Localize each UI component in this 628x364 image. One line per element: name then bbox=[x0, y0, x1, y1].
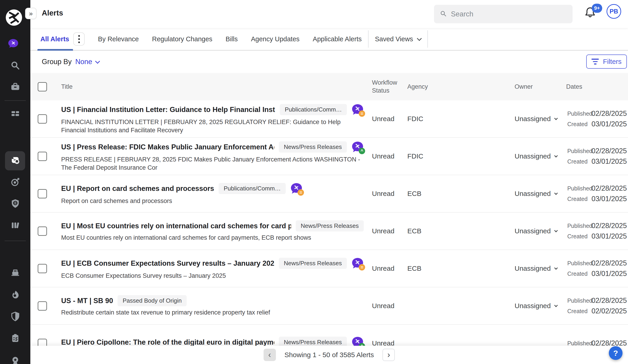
tab-applicable-alerts[interactable]: Applicable Alerts bbox=[313, 35, 362, 43]
published-date: 02/28/2025 bbox=[591, 109, 627, 118]
sidebar-item-dashboard[interactable] bbox=[0, 104, 30, 124]
bell-icon bbox=[583, 16, 597, 20]
owner-dropdown[interactable]: Unassigned bbox=[515, 227, 557, 235]
sidebar-item-assistant-chat[interactable] bbox=[0, 34, 30, 55]
alert-title-link[interactable]: US | Financial Institution Letter: Guida… bbox=[61, 106, 275, 114]
alert-title-link[interactable]: US | Press Release: FDIC Makes Public Ja… bbox=[61, 143, 274, 151]
top-bar: Alerts 9+ PB bbox=[30, 0, 628, 28]
target-icon bbox=[10, 177, 20, 188]
published-label: Published bbox=[567, 148, 591, 154]
award-badge-icon bbox=[10, 356, 20, 364]
published-date: 02/28/2025 bbox=[591, 259, 627, 267]
alert-snippet: Redistribute certain state tax revenue t… bbox=[61, 308, 364, 317]
alerts-icon bbox=[10, 155, 20, 166]
assistant-annotation-icon: = bbox=[351, 257, 364, 270]
published-date: 02/28/2025 bbox=[591, 147, 627, 155]
alert-title-link[interactable]: EU | Piero Cipollone: The role of the di… bbox=[61, 338, 274, 347]
created-label: Created bbox=[567, 233, 591, 240]
group-by-control: Group By None bbox=[42, 51, 99, 73]
owner-dropdown[interactable]: Unassigned bbox=[515, 115, 557, 123]
chevron-down-icon bbox=[554, 154, 558, 157]
owner-dropdown[interactable]: Unassigned bbox=[515, 265, 557, 272]
notifications-button[interactable]: 9+ bbox=[583, 6, 600, 22]
row-checkbox[interactable] bbox=[38, 114, 47, 124]
alert-title-link[interactable]: EU | Report on card schemes and processo… bbox=[61, 185, 214, 193]
sidebar-item-protection[interactable] bbox=[0, 307, 30, 327]
tab-agency-updates[interactable]: Agency Updates bbox=[251, 35, 300, 43]
alert-title-link[interactable]: EU | ECB Consumer Expectations Survey re… bbox=[61, 259, 274, 268]
tab-divider bbox=[368, 30, 369, 48]
alert-title-link[interactable]: US - MT | SB 90 bbox=[61, 297, 113, 305]
sidebar-item-search[interactable] bbox=[0, 56, 30, 76]
column-header-dates: Dates bbox=[566, 83, 628, 90]
tab-all-alerts[interactable]: All Alerts bbox=[40, 35, 69, 43]
tab-divider bbox=[427, 30, 428, 48]
alert-type-badge: News/Press Releases bbox=[296, 220, 364, 231]
avatar[interactable]: PB bbox=[607, 4, 621, 19]
previous-page-button[interactable]: ‹ bbox=[264, 349, 276, 361]
sidebar-item-tasks[interactable] bbox=[0, 328, 30, 349]
column-header-workflow-status: Workflow Status bbox=[372, 79, 402, 95]
select-all-checkbox[interactable] bbox=[38, 82, 47, 91]
created-date: 03/01/2025 bbox=[591, 120, 627, 128]
search-input[interactable] bbox=[451, 10, 567, 18]
sidebar-expand-button[interactable]: » bbox=[25, 8, 37, 19]
app-logo-icon bbox=[5, 9, 23, 26]
row-checkbox[interactable] bbox=[38, 152, 47, 161]
table-row: EU | ECB Consumer Expectations Survey re… bbox=[30, 250, 628, 287]
search-icon bbox=[10, 60, 20, 72]
chevron-down-icon bbox=[554, 303, 558, 307]
workflow-status: Unread bbox=[372, 250, 407, 287]
owner-dropdown[interactable]: Unassigned bbox=[515, 302, 557, 310]
sidebar-divider bbox=[4, 241, 26, 241]
agency: ECB bbox=[407, 250, 515, 287]
sidebar-item-publications[interactable] bbox=[0, 263, 30, 284]
chevron-down-icon bbox=[554, 116, 558, 120]
clipboard-check-icon bbox=[10, 333, 20, 344]
row-checkbox[interactable] bbox=[38, 264, 47, 273]
published-date: 02/28/2025 bbox=[591, 296, 627, 305]
created-label: Created bbox=[567, 196, 591, 202]
sidebar-item-trending[interactable] bbox=[0, 285, 30, 306]
workflow-status: Unread bbox=[372, 287, 407, 324]
alert-type-badge: News/Press Releases bbox=[279, 258, 347, 269]
sidebar-item-certifications[interactable] bbox=[0, 351, 30, 364]
alert-snippet: Most EU countries rely on international … bbox=[61, 233, 364, 242]
notification-count-badge: 9+ bbox=[592, 4, 602, 13]
published-date: 02/28/2025 bbox=[591, 184, 627, 193]
created-date: 02/02/2025 bbox=[591, 307, 627, 315]
group-by-dropdown[interactable]: None bbox=[75, 58, 99, 66]
filters-button[interactable]: Filters bbox=[586, 55, 627, 69]
tab-options-kebab-button[interactable] bbox=[73, 32, 85, 46]
sidebar-item-workspace[interactable] bbox=[0, 77, 30, 98]
chevron-down-icon bbox=[95, 59, 100, 64]
flame-icon bbox=[10, 290, 20, 301]
alert-title-link[interactable]: EU | Most EU countries rely on internati… bbox=[61, 222, 291, 230]
next-page-button[interactable]: › bbox=[383, 349, 395, 361]
column-header-title: Title bbox=[61, 83, 372, 90]
table-header: Title Workflow Status Agency Owner Dates bbox=[30, 73, 628, 100]
help-button[interactable]: ? bbox=[609, 346, 623, 360]
tab-regulatory-changes[interactable]: Regulatory Changes bbox=[152, 35, 212, 43]
published-label: Published bbox=[567, 222, 591, 229]
sidebar-item-alerts[interactable] bbox=[0, 150, 30, 171]
column-header-agency: Agency bbox=[407, 83, 515, 90]
row-checkbox[interactable] bbox=[38, 226, 47, 236]
alerts-list: US | Financial Institution Letter: Guida… bbox=[30, 100, 628, 362]
sidebar-item-goals[interactable] bbox=[0, 172, 30, 193]
dashboard-icon bbox=[10, 108, 20, 120]
row-checkbox[interactable] bbox=[38, 301, 47, 311]
printer-icon bbox=[10, 268, 20, 279]
owner-dropdown[interactable]: Unassigned bbox=[515, 190, 557, 198]
tab-by-relevance[interactable]: By Relevance bbox=[98, 35, 139, 43]
alert-type-badge: Publications/Comm… bbox=[219, 183, 286, 194]
owner-dropdown[interactable]: Unassigned bbox=[515, 152, 557, 160]
row-checkbox[interactable] bbox=[38, 189, 47, 198]
sidebar-item-library[interactable] bbox=[0, 216, 30, 236]
sidebar-item-compliance-shield[interactable] bbox=[0, 194, 30, 214]
main-content: Alerts 9+ PB All Alerts By Relevance Reg… bbox=[30, 0, 628, 364]
saved-views-dropdown[interactable]: Saved Views bbox=[375, 35, 421, 43]
table-row: EU | Most EU countries rely on internati… bbox=[30, 213, 628, 250]
tab-bills[interactable]: Bills bbox=[226, 35, 238, 43]
created-label: Created bbox=[567, 308, 591, 314]
